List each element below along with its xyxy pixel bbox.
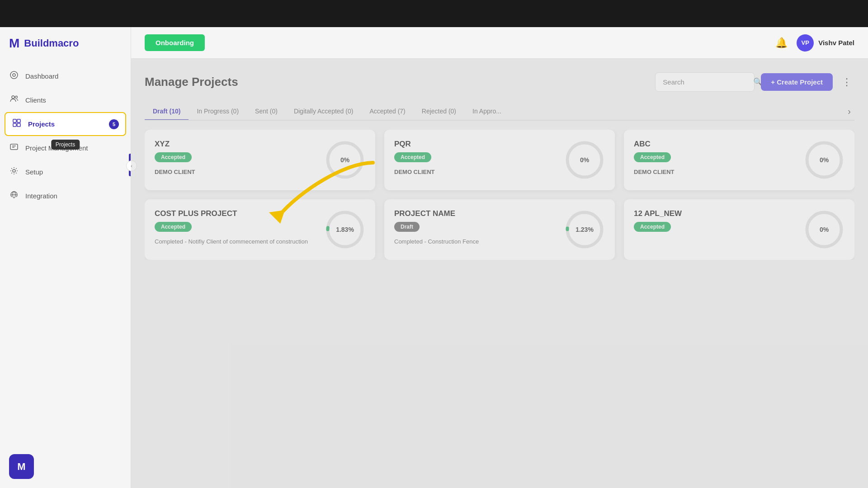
project-desc: Completed - Construction Fence bbox=[394, 237, 564, 246]
percent-text: 0% bbox=[340, 156, 349, 164]
project-info: COST PLUS PROJECT Accepted Completed - N… bbox=[155, 209, 325, 246]
projects-badge: 5 bbox=[109, 119, 119, 129]
percent-text: 1.23% bbox=[576, 226, 594, 233]
project-grid: XYZ Accepted DEMO CLIENT 0% PQR Acce bbox=[145, 130, 854, 260]
sidebar-item-projects[interactable]: Projects 5 Projects bbox=[5, 112, 126, 136]
sidebar-collapse-button[interactable]: ‹ bbox=[126, 160, 137, 171]
search-box[interactable]: 🔍 bbox=[655, 72, 755, 92]
onboarding-button[interactable]: Onboarding bbox=[145, 34, 205, 51]
status-badge: Accepted bbox=[634, 152, 671, 162]
dashboard-icon bbox=[9, 70, 19, 82]
logo-icon: M bbox=[9, 36, 19, 51]
circular-progress: 1.83% bbox=[325, 209, 365, 250]
svg-rect-4 bbox=[13, 119, 16, 122]
sidebar-item-projects-label: Projects bbox=[28, 120, 55, 128]
percent-text: 0% bbox=[580, 156, 589, 164]
integration-icon bbox=[9, 190, 19, 202]
page-title: Manage Projects bbox=[145, 75, 238, 89]
project-desc: Completed - Notifiy Client of commecemen… bbox=[155, 237, 325, 246]
project-name: XYZ bbox=[155, 140, 325, 149]
sidebar-item-clients-label: Clients bbox=[25, 96, 46, 104]
notification-icon[interactable]: 🔔 bbox=[775, 37, 788, 49]
logo-text: Buildmacro bbox=[24, 38, 79, 49]
sidebar-item-integration-label: Integration bbox=[25, 192, 57, 200]
header-right: 🔔 VP Vishv Patel bbox=[775, 34, 854, 52]
project-card-inner: PQR Accepted DEMO CLIENT 0% bbox=[394, 140, 605, 180]
status-badge: Draft bbox=[394, 222, 420, 232]
project-card[interactable]: 12 APL_NEW Accepted 0% bbox=[624, 199, 854, 260]
project-client: DEMO CLIENT bbox=[394, 169, 564, 175]
user-name: Vishv Patel bbox=[818, 39, 854, 47]
status-badge: Accepted bbox=[155, 222, 192, 232]
project-name: ABC bbox=[634, 140, 804, 149]
svg-point-3 bbox=[15, 96, 18, 99]
tab-draft[interactable]: Draft (10) bbox=[145, 103, 189, 121]
project-card-inner: ABC Accepted DEMO CLIENT 0% bbox=[634, 140, 844, 180]
project-card[interactable]: PQR Accepted DEMO CLIENT 0% bbox=[384, 130, 615, 190]
status-badge: Accepted bbox=[394, 152, 431, 162]
page-content: Manage Projects 🔍 + Create Project ⋮ Dra… bbox=[131, 59, 868, 488]
circular-progress: 0% bbox=[564, 140, 605, 180]
page-header: Manage Projects 🔍 + Create Project ⋮ bbox=[145, 72, 854, 92]
svg-rect-8 bbox=[10, 144, 18, 150]
project-info: XYZ Accepted DEMO CLIENT bbox=[155, 140, 325, 175]
tab-sent[interactable]: Sent (0) bbox=[247, 103, 286, 121]
project-card-inner: COST PLUS PROJECT Accepted Completed - N… bbox=[155, 209, 365, 250]
sidebar-item-dashboard-label: Dashboard bbox=[25, 72, 58, 80]
tab-in-approval[interactable]: In Appro... bbox=[464, 103, 509, 121]
page-actions: 🔍 + Create Project ⋮ bbox=[655, 72, 854, 92]
project-card[interactable]: COST PLUS PROJECT Accepted Completed - N… bbox=[145, 199, 375, 260]
circular-progress: 0% bbox=[325, 140, 365, 180]
svg-rect-6 bbox=[13, 123, 16, 127]
tabs: Draft (10) In Progress (0) Sent (0) Digi… bbox=[145, 103, 854, 121]
svg-rect-7 bbox=[17, 123, 20, 127]
project-name: COST PLUS PROJECT bbox=[155, 209, 325, 218]
more-options-button[interactable]: ⋮ bbox=[839, 74, 854, 91]
projects-tooltip: Projects bbox=[51, 140, 80, 150]
circular-progress: 0% bbox=[804, 140, 844, 180]
project-client: DEMO CLIENT bbox=[155, 169, 325, 175]
sidebar: M Buildmacro Dashboard Clients bbox=[0, 27, 131, 488]
tab-in-progress[interactable]: In Progress (0) bbox=[189, 103, 247, 121]
svg-point-9 bbox=[13, 169, 15, 172]
tab-digitally-accepted[interactable]: Digitally Accepted (0) bbox=[286, 103, 362, 121]
project-info: PROJECT NAME Draft Completed - Construct… bbox=[394, 209, 564, 246]
logo: M Buildmacro bbox=[0, 36, 131, 64]
project-name: PROJECT NAME bbox=[394, 209, 564, 218]
app-header: Onboarding 🔔 VP Vishv Patel bbox=[131, 27, 868, 59]
project-info: PQR Accepted DEMO CLIENT bbox=[394, 140, 564, 175]
status-badge: Accepted bbox=[155, 152, 192, 162]
create-project-button[interactable]: + Create Project bbox=[761, 73, 833, 91]
dimmer-overlay bbox=[131, 59, 868, 488]
search-input[interactable] bbox=[663, 78, 749, 86]
sidebar-item-clients[interactable]: Clients bbox=[0, 88, 131, 112]
svg-rect-5 bbox=[17, 119, 20, 122]
tab-rejected[interactable]: Rejected (0) bbox=[414, 103, 464, 121]
project-card-inner: PROJECT NAME Draft Completed - Construct… bbox=[394, 209, 605, 250]
sidebar-item-setup[interactable]: Setup bbox=[0, 160, 131, 184]
projects-icon bbox=[12, 118, 22, 130]
svg-point-0 bbox=[10, 71, 18, 79]
tab-scroll-right[interactable]: › bbox=[844, 104, 854, 118]
user-info[interactable]: VP Vishv Patel bbox=[797, 34, 854, 52]
project-info: 12 APL_NEW Accepted bbox=[634, 209, 804, 235]
project-card[interactable]: XYZ Accepted DEMO CLIENT 0% bbox=[145, 130, 375, 190]
avatar: VP bbox=[797, 34, 814, 52]
svg-point-1 bbox=[13, 74, 15, 76]
circular-progress: 1.23% bbox=[564, 209, 605, 250]
sidebar-item-integration[interactable]: Integration bbox=[0, 184, 131, 208]
project-client: DEMO CLIENT bbox=[634, 169, 804, 175]
project-card[interactable]: PROJECT NAME Draft Completed - Construct… bbox=[384, 199, 615, 260]
project-card-inner: 12 APL_NEW Accepted 0% bbox=[634, 209, 844, 250]
sidebar-logo-bottom: M bbox=[9, 454, 34, 479]
percent-text: 0% bbox=[820, 156, 829, 164]
tab-accepted[interactable]: Accepted (7) bbox=[361, 103, 413, 121]
project-card-inner: XYZ Accepted DEMO CLIENT 0% bbox=[155, 140, 365, 180]
setup-icon bbox=[9, 166, 19, 178]
circular-progress: 0% bbox=[804, 209, 844, 250]
project-info: ABC Accepted DEMO CLIENT bbox=[634, 140, 804, 175]
main-content: Onboarding 🔔 VP Vishv Patel Manage Proje… bbox=[131, 27, 868, 488]
project-card[interactable]: ABC Accepted DEMO CLIENT 0% bbox=[624, 130, 854, 190]
percent-text: 1.83% bbox=[336, 226, 354, 233]
sidebar-item-dashboard[interactable]: Dashboard bbox=[0, 64, 131, 88]
